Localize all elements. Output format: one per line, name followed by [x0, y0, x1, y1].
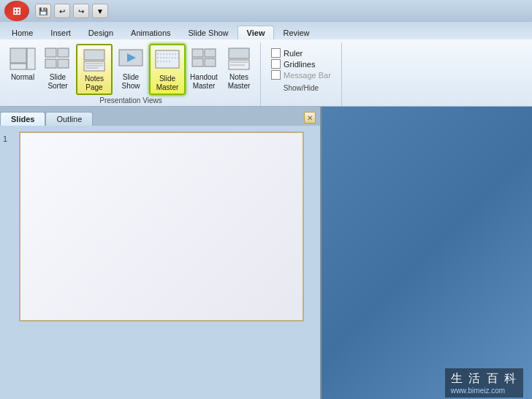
slide-show-icon [117, 45, 145, 73]
show-hide-group: Ruler Gridlines Message Bar [267, 45, 335, 83]
tab-animations[interactable]: Animations [122, 26, 179, 39]
slides-panel: Slides Outline ✕ 1 [0, 107, 322, 399]
main-area: Slides Outline ✕ 1 生 活 百 科 www.bimeiz.co… [0, 107, 532, 399]
watermark-url: www.bimeiz.com [451, 387, 517, 395]
normal-icon [9, 45, 37, 73]
title-bar: ⊞ 💾 ↩ ↪ ▼ [0, 0, 532, 22]
slide-number: 1 [3, 134, 7, 143]
ruler-label: Ruler [284, 49, 303, 58]
office-logo: ⊞ [12, 5, 21, 17]
tab-slideshow[interactable]: Slide Show [180, 26, 238, 39]
close-panel-button[interactable]: ✕ [304, 112, 316, 123]
svg-rect-5 [45, 59, 56, 68]
ruler-checkbox[interactable] [271, 48, 281, 58]
tab-design[interactable]: Design [80, 26, 122, 39]
svg-rect-3 [45, 48, 56, 57]
messagebar-label: Message Bar [284, 71, 331, 80]
gridlines-checkbox-row[interactable]: Gridlines [271, 59, 331, 69]
gridlines-checkbox[interactable] [271, 59, 281, 69]
tab-review[interactable]: Review [274, 26, 318, 39]
svg-rect-4 [58, 48, 69, 57]
tab-insert[interactable]: Insert [42, 26, 80, 39]
svg-rect-19 [205, 49, 216, 57]
svg-rect-21 [205, 58, 216, 66]
slide-master-icon [153, 47, 181, 75]
svg-rect-0 [10, 48, 26, 63]
slide-sorter-label: SlideSorter [48, 73, 67, 91]
slide-master-label: SlideMaster [156, 75, 179, 92]
show-hide-label: Show/Hide [267, 83, 335, 94]
svg-rect-14 [156, 50, 179, 68]
svg-rect-20 [192, 58, 203, 66]
save-button[interactable]: 💾 [35, 4, 51, 18]
svg-rect-6 [58, 59, 69, 68]
ribbon-tab-bar: Home Insert Design Animations Slide Show… [0, 22, 532, 39]
redo-button[interactable]: ↪ [73, 4, 89, 18]
handout-master-label: HandoutMaster [190, 73, 218, 91]
slide-sorter-icon [44, 45, 72, 73]
ribbon-content: Normal SlideSorter [0, 39, 532, 107]
notes-page-icon [80, 47, 108, 75]
gridlines-label: Gridlines [284, 60, 315, 69]
presentation-views-label: Presentation Views [6, 95, 256, 106]
svg-rect-7 [84, 50, 104, 60]
messagebar-checkbox-row[interactable]: Message Bar [271, 70, 331, 80]
ribbon: Home Insert Design Animations Slide Show… [0, 22, 532, 107]
svg-rect-2 [27, 48, 35, 69]
slide-thumbnail[interactable] [19, 132, 304, 322]
normal-label: Normal [11, 73, 34, 82]
outline-tab[interactable]: Outline [45, 112, 93, 126]
svg-rect-1 [10, 64, 26, 69]
slides-tab-bar: Slides Outline ✕ [0, 107, 320, 126]
slides-content: 1 [0, 126, 320, 399]
undo-button[interactable]: ↩ [54, 4, 70, 18]
view-normal-button[interactable]: Normal [6, 44, 39, 83]
slide-show-label: SlideShow [121, 73, 140, 91]
tab-view[interactable]: View [238, 26, 275, 39]
view-slide-master-button[interactable]: SlideMaster [149, 44, 186, 95]
view-notes-master-button[interactable]: NotesMaster [222, 44, 256, 92]
slides-tab[interactable]: Slides [0, 112, 45, 126]
tab-home[interactable]: Home [3, 26, 42, 39]
watermark-cn-text: 生 活 百 科 [451, 371, 517, 387]
ruler-checkbox-row[interactable]: Ruler [271, 48, 331, 58]
notes-master-label: NotesMaster [228, 73, 251, 91]
watermark: 生 活 百 科 www.bimeiz.com [445, 368, 523, 398]
view-slide-sorter-button[interactable]: SlideSorter [41, 44, 75, 92]
view-slide-show-button[interactable]: SlideShow [114, 44, 148, 92]
svg-rect-22 [229, 48, 249, 58]
messagebar-checkbox[interactable] [271, 70, 281, 80]
svg-rect-18 [192, 49, 203, 57]
main-editing-panel[interactable] [322, 107, 532, 399]
notes-master-icon [225, 45, 253, 73]
notes-page-label: NotesPage [85, 75, 104, 92]
handout-master-icon [190, 45, 218, 73]
view-handout-master-button[interactable]: HandoutMaster [187, 44, 221, 92]
office-button[interactable]: ⊞ [4, 1, 29, 21]
view-notes-page-button[interactable]: NotesPage [76, 44, 113, 95]
quick-access-dropdown[interactable]: ▼ [92, 4, 108, 18]
